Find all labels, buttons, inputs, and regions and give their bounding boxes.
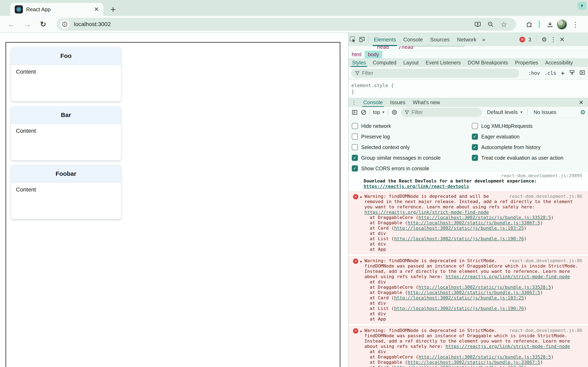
forward-button[interactable]: → xyxy=(24,20,31,28)
log-levels-dropdown[interactable]: Default levels ▼ xyxy=(487,109,523,115)
zoom-out-icon[interactable] xyxy=(487,20,495,29)
checkbox-unchecked[interactable] xyxy=(352,144,358,150)
styles-tab-dom-breakpoints[interactable]: DOM Breakpoints xyxy=(464,58,511,67)
devtools-tab-network[interactable]: Network xyxy=(453,33,480,46)
tab-search-chevron-icon[interactable]: ▾ xyxy=(577,2,586,10)
devtools-close-icon[interactable]: ✕ xyxy=(560,36,565,43)
devtools-link[interactable]: https://reactjs.org/link/react-devtools xyxy=(364,184,469,189)
context-selector[interactable]: top ▼ xyxy=(372,109,386,115)
console-settings-gear-icon[interactable]: ⚙ xyxy=(580,109,588,116)
bundle-link[interactable]: http://localhost:3002/static/js/bundle.j… xyxy=(394,295,524,300)
drawer-close-icon[interactable]: ✕ xyxy=(579,99,588,106)
drawer-tab-issues[interactable]: Issues xyxy=(386,98,409,107)
checkbox-unchecked[interactable] xyxy=(352,123,358,129)
rendering-panel-icon[interactable] xyxy=(569,70,575,77)
new-style-rule-icon[interactable]: + xyxy=(561,69,565,77)
bundle-link[interactable]: http://localhost:3002/static/js/bundle.j… xyxy=(394,365,524,367)
site-info-icon[interactable] xyxy=(60,20,69,29)
checkbox-unchecked[interactable] xyxy=(352,133,358,140)
browser-menu-kebab-icon[interactable]: ⋮ xyxy=(571,20,580,29)
checkbox-label: Autocomplete from history xyxy=(481,144,540,150)
install-app-icon[interactable] xyxy=(474,20,482,29)
styles-tab-layout[interactable]: Layout xyxy=(400,58,422,67)
card-foobar[interactable]: FoobarContent xyxy=(11,165,121,219)
bundle-link[interactable]: http://localhost:3002/static/js/bundle.j… xyxy=(407,290,540,295)
styles-tab-computed[interactable]: Computed xyxy=(369,58,400,67)
bundle-link[interactable]: http://localhost:3002/static/js/bundle.j… xyxy=(407,220,540,225)
toggle-pseudo-state-button[interactable]: :hov xyxy=(528,70,540,76)
drawer-menu-kebab-icon[interactable]: ⋮ xyxy=(348,99,360,106)
drawer-tab-bar: ⋮ ConsoleIssuesWhat's new ✕ xyxy=(348,98,588,107)
breadcrumb-body[interactable]: body xyxy=(365,51,382,58)
address-bar[interactable]: localhost:3002 ☆ xyxy=(57,18,516,31)
expand-triangle-icon[interactable]: ▶ xyxy=(360,328,362,334)
bundle-link[interactable]: http://localhost:3002/static/js/bundle.j… xyxy=(394,225,524,231)
bookmark-star-icon[interactable]: ☆ xyxy=(500,20,508,29)
clear-console-icon[interactable] xyxy=(359,108,368,117)
source-link[interactable]: react-dom.development.js:29895 xyxy=(501,173,582,178)
styles-tab-styles[interactable]: Styles xyxy=(348,58,369,67)
tab-close-icon[interactable]: ✕ xyxy=(94,7,99,12)
browser-tab-react-app[interactable]: React App ✕ xyxy=(10,3,103,16)
console-error-message[interactable]: react-dom.development.js:86✕▶Warning: fi… xyxy=(348,192,588,254)
checkbox-unchecked[interactable] xyxy=(472,123,478,129)
stack-frame: at div xyxy=(364,311,582,317)
more-tabs-icon[interactable]: » xyxy=(480,36,488,43)
devtools-tab-elements[interactable]: Elements xyxy=(370,33,399,46)
new-tab-button[interactable]: + xyxy=(107,3,119,16)
error-doc-link[interactable]: https://reactjs.org/link/strict-mode-fin… xyxy=(445,274,570,279)
console-filter-input[interactable]: Filter xyxy=(401,108,482,117)
downloads-icon[interactable] xyxy=(545,20,554,29)
issues-counter[interactable]: No Issues xyxy=(529,109,561,115)
bundle-link[interactable]: http://localhost:3002/static/js/bundle.j… xyxy=(394,236,524,241)
error-doc-link[interactable]: https://reactjs.org/link/strict-mode-fin… xyxy=(445,344,570,349)
source-link[interactable]: react-dom.development.js:86 xyxy=(509,258,582,263)
bundle-link[interactable]: http://localhost:3002/static/js/bundle.j… xyxy=(407,360,540,365)
checkbox-checked[interactable]: ✓ xyxy=(352,155,358,161)
console-error-message[interactable]: react-dom.development.js:86✕▶Warning: fi… xyxy=(348,256,588,324)
card-bar[interactable]: BarContent xyxy=(11,106,121,160)
devtools-tab-sources[interactable]: Sources xyxy=(426,33,453,46)
error-icon[interactable]: ✕ xyxy=(353,328,358,334)
toggle-sidebar-icon[interactable] xyxy=(579,70,585,77)
device-toolbar-icon[interactable] xyxy=(357,35,366,44)
bundle-link[interactable]: http://localhost:3002/static/js/bundle.j… xyxy=(418,285,551,290)
styles-tab-properties[interactable]: Properties xyxy=(511,58,542,67)
element-style-section[interactable]: element.style { } xyxy=(348,80,588,98)
bundle-link[interactable]: http://localhost:3002/static/js/bundle.j… xyxy=(418,354,551,359)
styles-tab-accessibility[interactable]: Accessibility xyxy=(542,58,576,67)
styles-tab-event-listeners[interactable]: Event Listeners xyxy=(422,58,464,67)
separator xyxy=(536,36,536,43)
extensions-puzzle-icon[interactable] xyxy=(525,20,534,29)
expand-triangle-icon[interactable]: ▶ xyxy=(360,194,362,200)
breadcrumb-html[interactable]: html xyxy=(348,51,365,58)
console-sidebar-toggle-icon[interactable] xyxy=(350,108,359,117)
error-icon[interactable]: ✕ xyxy=(353,194,358,200)
console-error-message[interactable]: react-dom.development.js:86✕▶Warning: fi… xyxy=(348,326,588,367)
error-doc-link[interactable]: https://reactjs.org/link/strict-mode-fin… xyxy=(364,210,489,215)
styles-filter-input[interactable]: Filter xyxy=(351,69,519,78)
checkbox-checked[interactable]: ✓ xyxy=(472,133,478,140)
card-foo[interactable]: FooContent xyxy=(11,47,121,101)
drawer-tab-what-s-new[interactable]: What's new xyxy=(409,98,444,107)
devtools-tab-console[interactable]: Console xyxy=(399,33,426,46)
toggle-class-button[interactable]: .cls xyxy=(545,70,556,76)
error-icon[interactable]: ✕ xyxy=(353,259,358,264)
devtools-menu-kebab-icon[interactable]: ⋮ xyxy=(550,36,556,43)
reload-button[interactable]: ↻ xyxy=(40,20,46,28)
back-button[interactable]: ← xyxy=(7,20,15,28)
checkbox-checked[interactable]: ✓ xyxy=(472,144,478,150)
devtools-settings-gear-icon[interactable]: ⚙ xyxy=(541,36,547,43)
inspect-element-icon[interactable] xyxy=(348,35,357,44)
profile-avatar[interactable] xyxy=(557,20,567,29)
error-badge-icon[interactable]: ✕ xyxy=(519,37,525,42)
expand-triangle-icon[interactable]: ▶ xyxy=(360,259,362,264)
bundle-link[interactable]: http://localhost:3002/static/js/bundle.j… xyxy=(394,306,524,311)
source-link[interactable]: react-dom.development.js:86 xyxy=(509,328,582,333)
live-expression-eye-icon[interactable] xyxy=(390,108,399,117)
drawer-tab-console[interactable]: Console xyxy=(360,98,386,107)
source-link[interactable]: react-dom.development.js:86 xyxy=(509,194,582,199)
checkbox-checked[interactable]: ✓ xyxy=(352,165,358,171)
bundle-link[interactable]: http://localhost:3002/static/js/bundle.j… xyxy=(418,215,551,220)
checkbox-checked[interactable]: ✓ xyxy=(472,155,478,161)
